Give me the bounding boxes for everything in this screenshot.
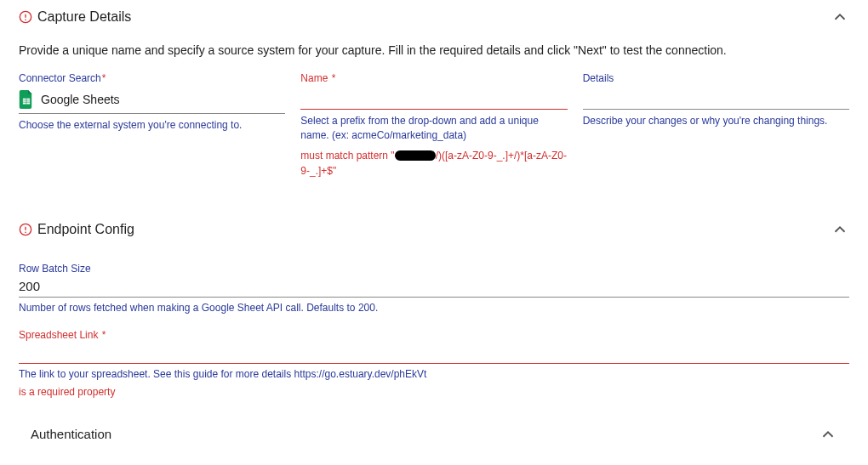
name-input[interactable] [300,88,567,110]
connector-input[interactable]: Google Sheets [19,88,285,114]
connector-label: Connector Search* [19,72,285,84]
alert-circle-icon [19,10,32,24]
connector-helper: Choose the external system you're connec… [19,118,285,133]
authentication-accordion-title: Authentication [31,427,111,441]
chevron-up-icon[interactable] [831,8,849,26]
google-sheets-icon [19,90,34,109]
chevron-up-icon[interactable] [819,425,837,444]
capture-details-title: Capture Details [37,9,131,25]
spreadsheet-helper: The link to your spreadsheet. See this g… [19,368,849,380]
row-batch-label: Row Batch Size [19,263,849,275]
redacted-block [395,150,436,161]
name-helper: Select a prefix from the drop-down and a… [300,114,567,144]
capture-details-header[interactable]: Capture Details [19,5,849,31]
row-batch-helper: Number of rows fetched when making a Goo… [19,302,849,314]
capture-description: Provide a unique name and specify a sour… [19,43,849,57]
spreadsheet-field: Spreadsheet Link * The link to your spre… [19,329,849,400]
details-input[interactable] [583,88,849,110]
endpoint-config-title: Endpoint Config [37,222,134,237]
connector-value-text: Google Sheets [41,93,120,106]
spreadsheet-input[interactable] [19,343,849,364]
alert-circle-icon [19,223,32,236]
spreadsheet-label: Spreadsheet Link * [19,329,849,341]
endpoint-config-header[interactable]: Endpoint Config [19,218,849,244]
row-batch-field: Row Batch Size Number of rows fetched wh… [19,263,849,314]
connector-field: Connector Search* Google Sheets Choose t… [19,72,285,179]
svg-point-2 [25,20,26,21]
authentication-accordion: Authentication Authentication GOOGLE OAU… [19,415,849,465]
spreadsheet-error: is a required property [19,384,849,400]
details-field: Details Describe your changes or why you… [583,72,849,179]
details-helper: Describe your changes or why you're chan… [583,114,849,128]
authentication-accordion-header[interactable]: Authentication [31,422,837,452]
name-error: must match pattern "/)([a-zA-Z0-9-_.]+/)… [300,148,567,179]
svg-point-9 [25,231,26,233]
details-label: Details [583,72,849,84]
name-field: Name * Select a prefix from the drop-dow… [300,72,567,179]
chevron-up-icon[interactable] [831,220,849,239]
name-label: Name * [300,72,567,84]
row-batch-input[interactable] [19,276,849,298]
